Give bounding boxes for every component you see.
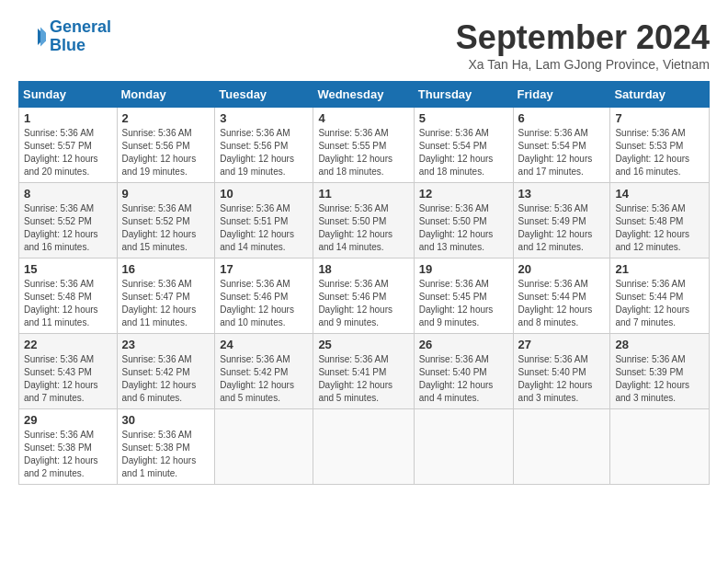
day-number: 18 xyxy=(318,262,408,276)
day-detail: Sunrise: 5:36 AM Sunset: 5:40 PM Dayligh… xyxy=(419,353,508,405)
day-number: 11 xyxy=(318,187,408,201)
calendar-cell: 17Sunrise: 5:36 AM Sunset: 5:46 PM Dayli… xyxy=(215,259,313,334)
day-number: 26 xyxy=(419,338,508,351)
calendar-cell: 7Sunrise: 5:36 AM Sunset: 5:53 PM Daylig… xyxy=(610,108,710,183)
calendar-cell: 30Sunrise: 5:36 AM Sunset: 5:38 PM Dayli… xyxy=(117,409,215,485)
day-detail: Sunrise: 5:36 AM Sunset: 5:56 PM Dayligh… xyxy=(220,127,308,178)
weekday-header: Tuesday xyxy=(215,82,313,108)
day-number: 19 xyxy=(419,262,508,276)
calendar-cell: 9Sunrise: 5:36 AM Sunset: 5:52 PM Daylig… xyxy=(117,183,215,259)
day-number: 22 xyxy=(24,338,112,351)
calendar-cell: 15Sunrise: 5:36 AM Sunset: 5:48 PM Dayli… xyxy=(19,259,118,334)
calendar-week-row: 22Sunrise: 5:36 AM Sunset: 5:43 PM Dayli… xyxy=(19,334,710,409)
day-detail: Sunrise: 5:36 AM Sunset: 5:54 PM Dayligh… xyxy=(518,127,606,178)
calendar-cell: 5Sunrise: 5:36 AM Sunset: 5:54 PM Daylig… xyxy=(414,108,513,183)
day-number: 3 xyxy=(220,111,308,125)
calendar-cell: 23Sunrise: 5:36 AM Sunset: 5:42 PM Dayli… xyxy=(117,334,215,409)
calendar-cell: 4Sunrise: 5:36 AM Sunset: 5:55 PM Daylig… xyxy=(313,108,414,183)
day-number: 5 xyxy=(419,111,508,125)
calendar-cell: 20Sunrise: 5:36 AM Sunset: 5:44 PM Dayli… xyxy=(513,259,610,334)
day-number: 9 xyxy=(122,187,210,201)
day-number: 1 xyxy=(24,111,112,125)
day-number: 10 xyxy=(220,187,308,201)
day-number: 23 xyxy=(122,338,210,351)
header: General Blue September 2024 Xa Tan Ha, L… xyxy=(18,18,710,72)
day-detail: Sunrise: 5:36 AM Sunset: 5:44 PM Dayligh… xyxy=(615,278,704,329)
calendar-cell: 12Sunrise: 5:36 AM Sunset: 5:50 PM Dayli… xyxy=(414,183,513,259)
calendar-cell: 2Sunrise: 5:36 AM Sunset: 5:56 PM Daylig… xyxy=(117,108,215,183)
calendar-cell: 8Sunrise: 5:36 AM Sunset: 5:52 PM Daylig… xyxy=(19,183,118,259)
day-number: 4 xyxy=(318,111,408,125)
day-detail: Sunrise: 5:36 AM Sunset: 5:42 PM Dayligh… xyxy=(122,353,210,405)
day-detail: Sunrise: 5:36 AM Sunset: 5:49 PM Dayligh… xyxy=(518,202,606,254)
weekday-header: Sunday xyxy=(19,82,118,108)
logo: General Blue xyxy=(18,18,111,55)
day-detail: Sunrise: 5:36 AM Sunset: 5:53 PM Dayligh… xyxy=(615,127,704,178)
day-detail: Sunrise: 5:36 AM Sunset: 5:54 PM Dayligh… xyxy=(419,127,508,178)
day-number: 21 xyxy=(615,262,704,276)
calendar-cell xyxy=(414,409,513,485)
day-detail: Sunrise: 5:36 AM Sunset: 5:46 PM Dayligh… xyxy=(220,278,308,329)
weekday-header: Thursday xyxy=(414,82,513,108)
calendar-cell: 22Sunrise: 5:36 AM Sunset: 5:43 PM Dayli… xyxy=(19,334,118,409)
day-detail: Sunrise: 5:36 AM Sunset: 5:57 PM Dayligh… xyxy=(24,127,112,178)
day-detail: Sunrise: 5:36 AM Sunset: 5:46 PM Dayligh… xyxy=(318,278,408,329)
calendar-week-row: 8Sunrise: 5:36 AM Sunset: 5:52 PM Daylig… xyxy=(19,183,710,259)
calendar-cell: 10Sunrise: 5:36 AM Sunset: 5:51 PM Dayli… xyxy=(215,183,313,259)
day-number: 2 xyxy=(122,111,210,125)
day-detail: Sunrise: 5:36 AM Sunset: 5:43 PM Dayligh… xyxy=(24,353,112,405)
calendar-cell: 29Sunrise: 5:36 AM Sunset: 5:38 PM Dayli… xyxy=(19,409,118,485)
calendar-cell: 19Sunrise: 5:36 AM Sunset: 5:45 PM Dayli… xyxy=(414,259,513,334)
day-number: 25 xyxy=(318,338,408,351)
day-number: 24 xyxy=(220,338,308,351)
calendar-cell: 18Sunrise: 5:36 AM Sunset: 5:46 PM Dayli… xyxy=(313,259,414,334)
calendar-week-row: 29Sunrise: 5:36 AM Sunset: 5:38 PM Dayli… xyxy=(19,409,710,485)
calendar-cell: 6Sunrise: 5:36 AM Sunset: 5:54 PM Daylig… xyxy=(513,108,610,183)
day-number: 16 xyxy=(122,262,210,276)
day-number: 8 xyxy=(24,187,112,201)
day-detail: Sunrise: 5:36 AM Sunset: 5:39 PM Dayligh… xyxy=(615,353,704,405)
day-number: 28 xyxy=(615,338,704,351)
day-detail: Sunrise: 5:36 AM Sunset: 5:44 PM Dayligh… xyxy=(518,278,606,329)
day-number: 6 xyxy=(518,111,606,125)
day-detail: Sunrise: 5:36 AM Sunset: 5:52 PM Dayligh… xyxy=(24,202,112,254)
calendar-cell: 24Sunrise: 5:36 AM Sunset: 5:42 PM Dayli… xyxy=(215,334,313,409)
day-detail: Sunrise: 5:36 AM Sunset: 5:48 PM Dayligh… xyxy=(24,278,112,329)
day-detail: Sunrise: 5:36 AM Sunset: 5:50 PM Dayligh… xyxy=(419,202,508,254)
calendar-cell: 3Sunrise: 5:36 AM Sunset: 5:56 PM Daylig… xyxy=(215,108,313,183)
page-container: General Blue September 2024 Xa Tan Ha, L… xyxy=(18,18,710,485)
calendar-table: SundayMondayTuesdayWednesdayThursdayFrid… xyxy=(18,81,710,485)
day-number: 13 xyxy=(518,187,606,201)
day-detail: Sunrise: 5:36 AM Sunset: 5:51 PM Dayligh… xyxy=(220,202,308,254)
day-number: 15 xyxy=(24,262,112,276)
day-number: 27 xyxy=(518,338,606,351)
day-detail: Sunrise: 5:36 AM Sunset: 5:40 PM Dayligh… xyxy=(518,353,606,405)
weekday-header: Saturday xyxy=(610,82,710,108)
calendar-cell: 1Sunrise: 5:36 AM Sunset: 5:57 PM Daylig… xyxy=(19,108,118,183)
day-number: 7 xyxy=(615,111,704,125)
calendar-header-row: SundayMondayTuesdayWednesdayThursdayFrid… xyxy=(19,82,710,108)
weekday-header: Monday xyxy=(117,82,215,108)
day-detail: Sunrise: 5:36 AM Sunset: 5:41 PM Dayligh… xyxy=(318,353,408,405)
calendar-cell: 21Sunrise: 5:36 AM Sunset: 5:44 PM Dayli… xyxy=(610,259,710,334)
day-detail: Sunrise: 5:36 AM Sunset: 5:38 PM Dayligh… xyxy=(122,429,210,480)
calendar-cell: 28Sunrise: 5:36 AM Sunset: 5:39 PM Dayli… xyxy=(610,334,710,409)
calendar-cell: 25Sunrise: 5:36 AM Sunset: 5:41 PM Dayli… xyxy=(313,334,414,409)
calendar-cell xyxy=(513,409,610,485)
day-detail: Sunrise: 5:36 AM Sunset: 5:56 PM Dayligh… xyxy=(122,127,210,178)
weekday-header: Friday xyxy=(513,82,610,108)
calendar-week-row: 1Sunrise: 5:36 AM Sunset: 5:57 PM Daylig… xyxy=(19,108,710,183)
day-detail: Sunrise: 5:36 AM Sunset: 5:42 PM Dayligh… xyxy=(220,353,308,405)
calendar-cell: 16Sunrise: 5:36 AM Sunset: 5:47 PM Dayli… xyxy=(117,259,215,334)
day-detail: Sunrise: 5:36 AM Sunset: 5:52 PM Dayligh… xyxy=(122,202,210,254)
day-detail: Sunrise: 5:36 AM Sunset: 5:38 PM Dayligh… xyxy=(24,429,112,480)
calendar-cell xyxy=(610,409,710,485)
day-number: 20 xyxy=(518,262,606,276)
calendar-cell: 14Sunrise: 5:36 AM Sunset: 5:48 PM Dayli… xyxy=(610,183,710,259)
day-number: 14 xyxy=(615,187,704,201)
calendar-cell xyxy=(313,409,414,485)
calendar-cell xyxy=(215,409,313,485)
calendar-cell: 27Sunrise: 5:36 AM Sunset: 5:40 PM Dayli… xyxy=(513,334,610,409)
day-detail: Sunrise: 5:36 AM Sunset: 5:45 PM Dayligh… xyxy=(419,278,508,329)
location-title: Xa Tan Ha, Lam GJong Province, Vietnam xyxy=(456,57,710,72)
